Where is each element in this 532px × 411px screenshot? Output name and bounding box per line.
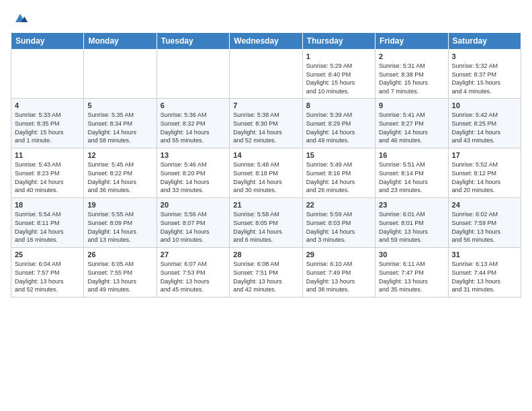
day-info: Sunrise: 5:59 AM Sunset: 8:03 PM Dayligh… [306, 210, 371, 244]
calendar-cell: 8Sunrise: 5:39 AM Sunset: 8:29 PM Daylig… [302, 99, 375, 148]
calendar-row-2: 4Sunrise: 5:33 AM Sunset: 8:35 PM Daylig… [11, 99, 521, 148]
day-number: 8 [306, 101, 371, 109]
day-number: 11 [15, 151, 80, 159]
day-number: 15 [306, 151, 371, 159]
day-info: Sunrise: 6:02 AM Sunset: 7:59 PM Dayligh… [452, 210, 517, 244]
calendar-cell: 22Sunrise: 5:59 AM Sunset: 8:03 PM Dayli… [302, 198, 375, 248]
calendar-cell: 4Sunrise: 5:33 AM Sunset: 8:35 PM Daylig… [11, 99, 84, 148]
calendar-cell: 31Sunrise: 6:13 AM Sunset: 7:44 PM Dayli… [448, 248, 521, 298]
weekday-header-tuesday: Tuesday [157, 33, 229, 50]
day-number: 6 [161, 101, 226, 109]
day-number: 30 [379, 250, 444, 259]
day-info: Sunrise: 5:46 AM Sunset: 8:20 PM Dayligh… [161, 161, 226, 194]
weekday-header-sunday: Sunday [11, 33, 84, 50]
day-number: 14 [233, 151, 298, 159]
calendar-cell: 13Sunrise: 5:46 AM Sunset: 8:20 PM Dayli… [157, 148, 229, 198]
calendar-cell: 19Sunrise: 5:55 AM Sunset: 8:09 PM Dayli… [84, 198, 157, 248]
calendar-cell: 9Sunrise: 5:41 AM Sunset: 8:27 PM Daylig… [375, 99, 448, 148]
day-number: 20 [161, 201, 226, 209]
day-info: Sunrise: 5:32 AM Sunset: 8:37 PM Dayligh… [452, 62, 517, 95]
calendar-row-1: 1Sunrise: 5:29 AM Sunset: 8:40 PM Daylig… [11, 50, 521, 99]
day-info: Sunrise: 5:49 AM Sunset: 8:16 PM Dayligh… [306, 161, 371, 194]
day-info: Sunrise: 5:29 AM Sunset: 8:40 PM Dayligh… [306, 62, 371, 95]
calendar-cell: 14Sunrise: 5:48 AM Sunset: 8:18 PM Dayli… [230, 148, 302, 198]
day-number: 9 [379, 101, 444, 109]
day-info: Sunrise: 5:56 AM Sunset: 8:07 PM Dayligh… [161, 210, 226, 244]
calendar-cell: 17Sunrise: 5:52 AM Sunset: 8:12 PM Dayli… [448, 148, 521, 198]
day-number: 3 [452, 52, 517, 60]
day-info: Sunrise: 5:52 AM Sunset: 8:12 PM Dayligh… [452, 161, 517, 194]
day-info: Sunrise: 6:07 AM Sunset: 7:53 PM Dayligh… [161, 260, 226, 293]
calendar-cell: 3Sunrise: 5:32 AM Sunset: 8:37 PM Daylig… [448, 50, 521, 99]
weekday-header-thursday: Thursday [302, 33, 375, 50]
calendar-cell: 21Sunrise: 5:58 AM Sunset: 8:05 PM Dayli… [230, 198, 302, 248]
day-info: Sunrise: 5:39 AM Sunset: 8:29 PM Dayligh… [306, 111, 371, 144]
day-number: 23 [379, 201, 444, 209]
day-number: 27 [161, 250, 226, 259]
calendar-cell [230, 50, 302, 99]
calendar-cell: 30Sunrise: 6:11 AM Sunset: 7:47 PM Dayli… [375, 248, 448, 298]
weekday-header-wednesday: Wednesday [230, 33, 302, 50]
calendar-cell: 27Sunrise: 6:07 AM Sunset: 7:53 PM Dayli… [157, 248, 229, 298]
day-number: 4 [15, 101, 80, 109]
day-number: 2 [379, 52, 444, 60]
day-info: Sunrise: 6:13 AM Sunset: 7:44 PM Dayligh… [452, 260, 517, 293]
calendar-cell: 16Sunrise: 5:51 AM Sunset: 8:14 PM Dayli… [375, 148, 448, 198]
day-info: Sunrise: 6:11 AM Sunset: 7:47 PM Dayligh… [379, 260, 444, 293]
calendar-cell [11, 50, 84, 99]
calendar-cell: 18Sunrise: 5:54 AM Sunset: 8:11 PM Dayli… [11, 198, 84, 248]
day-info: Sunrise: 5:36 AM Sunset: 8:32 PM Dayligh… [161, 111, 226, 144]
day-number: 7 [233, 101, 298, 109]
day-info: Sunrise: 5:38 AM Sunset: 8:30 PM Dayligh… [233, 111, 298, 144]
day-number: 22 [306, 201, 371, 209]
day-number: 16 [379, 151, 444, 159]
day-number: 10 [452, 101, 517, 109]
day-number: 17 [452, 151, 517, 159]
day-number: 5 [87, 101, 152, 109]
day-number: 31 [452, 250, 517, 259]
day-info: Sunrise: 5:35 AM Sunset: 8:34 PM Dayligh… [87, 111, 152, 144]
day-info: Sunrise: 6:05 AM Sunset: 7:55 PM Dayligh… [87, 260, 152, 293]
weekday-header-row: SundayMondayTuesdayWednesdayThursdayFrid… [11, 33, 521, 50]
day-info: Sunrise: 5:54 AM Sunset: 8:11 PM Dayligh… [15, 210, 80, 244]
calendar-row-3: 11Sunrise: 5:43 AM Sunset: 8:23 PM Dayli… [11, 148, 521, 198]
day-info: Sunrise: 5:51 AM Sunset: 8:14 PM Dayligh… [379, 161, 444, 194]
day-info: Sunrise: 5:33 AM Sunset: 8:35 PM Dayligh… [15, 111, 80, 144]
weekday-header-friday: Friday [375, 33, 448, 50]
logo [11, 8, 32, 27]
logo-icon [11, 8, 30, 27]
day-number: 19 [87, 201, 152, 209]
calendar-cell: 12Sunrise: 5:45 AM Sunset: 8:22 PM Dayli… [84, 148, 157, 198]
day-info: Sunrise: 5:55 AM Sunset: 8:09 PM Dayligh… [87, 210, 152, 244]
calendar-table: SundayMondayTuesdayWednesdayThursdayFrid… [11, 32, 521, 298]
calendar-cell: 20Sunrise: 5:56 AM Sunset: 8:07 PM Dayli… [157, 198, 229, 248]
calendar-cell [157, 50, 229, 99]
day-info: Sunrise: 5:41 AM Sunset: 8:27 PM Dayligh… [379, 111, 444, 144]
day-info: Sunrise: 5:31 AM Sunset: 8:38 PM Dayligh… [379, 62, 444, 95]
calendar-cell: 6Sunrise: 5:36 AM Sunset: 8:32 PM Daylig… [157, 99, 229, 148]
weekday-header-saturday: Saturday [448, 33, 521, 50]
calendar-cell: 5Sunrise: 5:35 AM Sunset: 8:34 PM Daylig… [84, 99, 157, 148]
day-info: Sunrise: 5:45 AM Sunset: 8:22 PM Dayligh… [87, 161, 152, 194]
calendar-cell: 11Sunrise: 5:43 AM Sunset: 8:23 PM Dayli… [11, 148, 84, 198]
page: SundayMondayTuesdayWednesdayThursdayFrid… [0, 0, 532, 304]
header [11, 8, 521, 27]
calendar-cell: 15Sunrise: 5:49 AM Sunset: 8:16 PM Dayli… [302, 148, 375, 198]
weekday-header-monday: Monday [84, 33, 157, 50]
calendar-cell: 10Sunrise: 5:42 AM Sunset: 8:25 PM Dayli… [448, 99, 521, 148]
day-number: 21 [233, 201, 298, 209]
calendar-row-4: 18Sunrise: 5:54 AM Sunset: 8:11 PM Dayli… [11, 198, 521, 248]
day-info: Sunrise: 5:42 AM Sunset: 8:25 PM Dayligh… [452, 111, 517, 144]
day-number: 13 [161, 151, 226, 159]
calendar-cell: 25Sunrise: 6:04 AM Sunset: 7:57 PM Dayli… [11, 248, 84, 298]
day-info: Sunrise: 6:08 AM Sunset: 7:51 PM Dayligh… [233, 260, 298, 293]
day-info: Sunrise: 6:01 AM Sunset: 8:01 PM Dayligh… [379, 210, 444, 244]
day-number: 25 [15, 250, 80, 259]
day-number: 12 [87, 151, 152, 159]
calendar-cell: 24Sunrise: 6:02 AM Sunset: 7:59 PM Dayli… [448, 198, 521, 248]
day-number: 24 [452, 201, 517, 209]
day-info: Sunrise: 5:58 AM Sunset: 8:05 PM Dayligh… [233, 210, 298, 244]
day-info: Sunrise: 6:10 AM Sunset: 7:49 PM Dayligh… [306, 260, 371, 293]
day-number: 1 [306, 52, 371, 60]
calendar-cell: 28Sunrise: 6:08 AM Sunset: 7:51 PM Dayli… [230, 248, 302, 298]
